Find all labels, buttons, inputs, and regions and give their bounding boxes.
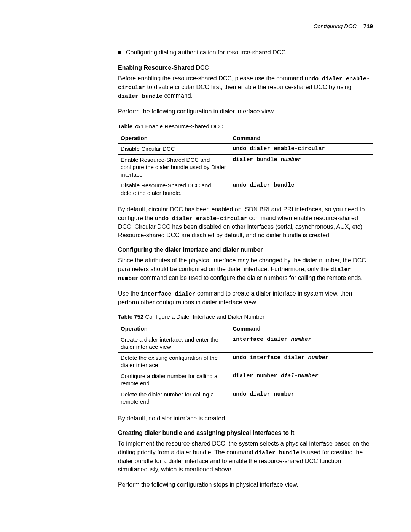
table-752: Operation Command Create a dialer interf… (118, 323, 373, 407)
paragraph: By default, circular DCC has been enable… (118, 205, 373, 240)
bullet-text: Configuring dialing authentication for r… (126, 48, 286, 57)
cell-command: undo dialer enable-circular (230, 144, 373, 155)
table-row: Delete the dialer number for calling a r… (118, 389, 373, 407)
section-heading: Configuring the dialer interface and dia… (118, 246, 373, 253)
table-row: Create a dialer interface, and enter the… (118, 334, 373, 352)
table-row: Enable Resource-Shared DCC and configure… (118, 154, 373, 180)
table-header-row: Operation Command (118, 133, 373, 144)
cell-command: undo dialer number (230, 389, 373, 407)
th-command: Command (230, 133, 373, 144)
table-751: Operation Command Disable Circular DCC u… (118, 133, 373, 199)
cell-operation: Delete the existing configuration of the… (118, 352, 230, 371)
paragraph: Since the attributes of the physical int… (118, 256, 373, 282)
cell-operation: Disable Circular DCC (118, 144, 230, 155)
cell-operation: Enable Resource-Shared DCC and configure… (118, 154, 230, 180)
cell-command: dialer number dial-number (230, 371, 373, 389)
table-row: Disable Resource-Shared DCC and delete t… (118, 180, 373, 198)
paragraph: Perform the following configuration in d… (118, 107, 373, 116)
cell-command: undo dialer bundle (230, 180, 373, 198)
cell-operation: Create a dialer interface, and enter the… (118, 334, 230, 352)
section-heading: Enabing Resource-Shared DCC (118, 64, 373, 71)
paragraph: By default, no dialer interface is creat… (118, 414, 373, 423)
cell-command: dialer bundle number (230, 154, 373, 180)
page-header: Configuring DCC 719 (118, 23, 373, 29)
paragraph: Before enabling the resource-shared DCC,… (118, 74, 373, 101)
cell-command: interface dialer number (230, 334, 373, 352)
table-row: Delete the existing configuration of the… (118, 352, 373, 371)
paragraph: Perform the following configuration step… (118, 481, 373, 489)
th-operation: Operation (118, 323, 230, 334)
bullet-item: Configuring dialing authentication for r… (118, 48, 373, 57)
table-caption: Table 751 Enable Resource-Shared DCC (118, 123, 373, 129)
table-caption: Table 752 Configure a Dialer Interface a… (118, 313, 373, 320)
paragraph: To implement the resource-shared DCC, th… (118, 439, 373, 474)
cell-command: undo interface dialer number (230, 352, 373, 371)
th-operation: Operation (118, 133, 230, 144)
section-heading: Creating dialer bundle and assigning phy… (118, 430, 373, 436)
cell-operation: Configure a dialer number for calling a … (118, 371, 230, 389)
page-content: Configuring DCC 719 Configuring dialing … (0, 0, 411, 519)
th-command: Command (230, 323, 373, 334)
table-row: Configure a dialer number for calling a … (118, 371, 373, 389)
table-row: Disable Circular DCC undo dialer enable-… (118, 144, 373, 155)
square-bullet-icon (118, 51, 121, 54)
header-title: Configuring DCC (313, 23, 356, 29)
cell-operation: Delete the dialer number for calling a r… (118, 389, 230, 407)
paragraph: Use the interface dialer command to crea… (118, 289, 373, 307)
cell-operation: Disable Resource-Shared DCC and delete t… (118, 180, 230, 198)
page-number: 719 (363, 23, 373, 29)
table-header-row: Operation Command (118, 323, 373, 334)
